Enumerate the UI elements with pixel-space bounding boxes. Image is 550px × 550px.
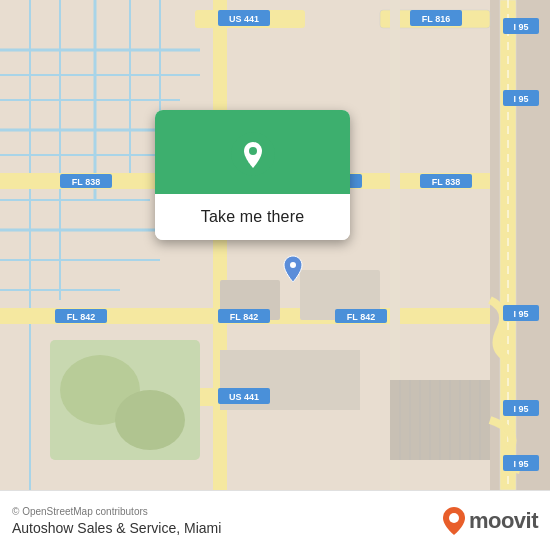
place-name: Autoshow Sales & Service, Miami	[12, 520, 443, 536]
svg-text:I 95: I 95	[513, 309, 528, 319]
moovit-logo-pin	[443, 507, 465, 535]
take-me-there-button[interactable]: Take me there	[155, 194, 350, 240]
svg-text:FL 842: FL 842	[347, 312, 375, 322]
svg-text:US 441: US 441	[229, 392, 259, 402]
svg-text:FL 838: FL 838	[432, 177, 460, 187]
svg-text:I 95: I 95	[513, 459, 528, 469]
svg-point-69	[290, 262, 296, 268]
map-area[interactable]: US 441 FL 816 I 95 I 95 FL 838 FL 838 FL…	[0, 0, 550, 490]
svg-point-71	[249, 147, 257, 155]
moovit-text: moovit	[469, 508, 538, 534]
svg-text:FL 842: FL 842	[230, 312, 258, 322]
attribution-text: © OpenStreetMap contributors	[12, 506, 443, 517]
svg-point-72	[449, 513, 459, 523]
moovit-logo: moovit	[443, 507, 538, 535]
svg-rect-23	[213, 0, 227, 490]
svg-text:FL 842: FL 842	[67, 312, 95, 322]
svg-point-30	[115, 390, 185, 450]
svg-text:US 441: US 441	[229, 14, 259, 24]
svg-text:FL 816: FL 816	[422, 14, 450, 24]
svg-text:I 95: I 95	[513, 404, 528, 414]
location-pin-icon	[231, 132, 275, 176]
svg-text:I 95: I 95	[513, 22, 528, 32]
svg-rect-15	[490, 0, 550, 490]
popup-header	[155, 110, 350, 194]
bottom-bar: © OpenStreetMap contributors Autoshow Sa…	[0, 490, 550, 550]
bottom-left-info: © OpenStreetMap contributors Autoshow Sa…	[12, 506, 443, 536]
svg-text:I 95: I 95	[513, 94, 528, 104]
popup-card: Take me there	[155, 110, 350, 240]
svg-text:FL 838: FL 838	[72, 177, 100, 187]
